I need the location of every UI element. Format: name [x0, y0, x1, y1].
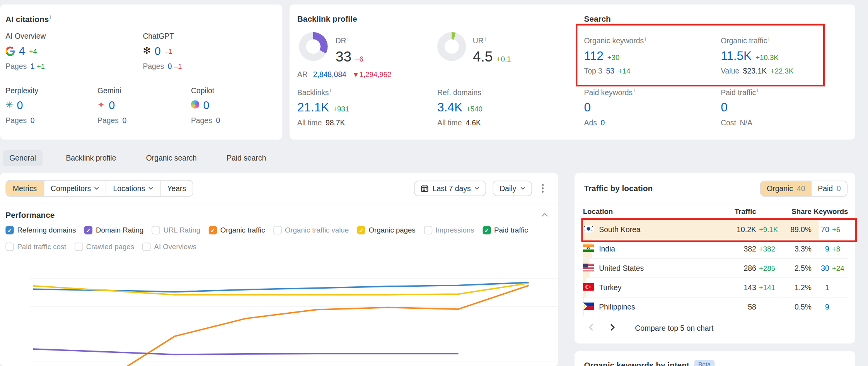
col-share[interactable]: Share — [781, 207, 812, 215]
metric-checkbox-referring-domains[interactable]: ✓Referring domains — [5, 226, 76, 234]
calendar-icon — [421, 185, 429, 192]
more-options-kebab-icon[interactable] — [537, 181, 548, 196]
checkbox-label: Organic traffic value — [285, 226, 349, 234]
col-traffic[interactable]: Traffic — [724, 207, 756, 215]
ai-item-pages: Pages 0 — [97, 116, 186, 125]
ai-item-label: AI Overview — [5, 32, 94, 40]
location-row-united-states[interactable]: United States286+2852.5%30+24 — [583, 258, 848, 277]
checkbox-label: Crawled pages — [86, 243, 134, 251]
checkbox-icon — [75, 243, 83, 251]
metric-checkbox-crawled-pages[interactable]: Crawled pages — [75, 243, 134, 251]
keywords-value[interactable]: 9 — [812, 245, 829, 253]
performance-line-chart[interactable] — [0, 260, 558, 366]
organic-keywords-sub: Top 3 53 +14 — [584, 67, 646, 75]
ai-item-pages: Pages 0 — [191, 116, 280, 125]
date-range-button[interactable]: Last 7 days — [414, 181, 486, 196]
chevron-down-icon — [475, 187, 480, 190]
chart-line-domain-rating — [33, 349, 459, 354]
keywords-delta: +24 — [829, 264, 848, 272]
ai-item-delta: –1 — [165, 47, 173, 55]
info-icon[interactable]: i — [645, 36, 646, 41]
metric-checkbox-ai-overviews[interactable]: AI Overviews — [142, 243, 196, 251]
dr-label: DRi — [336, 36, 363, 45]
ar-value[interactable]: 2,848,084 — [313, 70, 346, 79]
ai-item-value[interactable]: 4 — [19, 44, 25, 57]
metric-checkbox-domain-rating[interactable]: ✓Domain Rating — [84, 226, 143, 234]
info-icon[interactable]: i — [347, 36, 348, 41]
segment-competitors[interactable]: Competitors — [43, 181, 106, 196]
backlinks-delta: +931 — [333, 104, 349, 113]
info-icon[interactable]: i — [50, 14, 51, 20]
ai-citation-item: Perplexity✳0Pages 0 — [5, 86, 94, 125]
checkbox-label: URL Rating — [164, 226, 201, 234]
metric-checkbox-organic-traffic[interactable]: ✓Organic traffic — [209, 226, 265, 234]
info-icon[interactable]: i — [485, 36, 486, 41]
paid-traffic-value[interactable]: 0 — [721, 100, 728, 114]
info-icon[interactable]: i — [634, 87, 635, 93]
collapse-chevron-up-icon[interactable] — [541, 213, 548, 217]
location-row-philippines[interactable]: Philippines580.5%9 — [583, 297, 848, 316]
segment-metrics[interactable]: Metrics — [6, 181, 44, 196]
paid-keywords-value[interactable]: 0 — [584, 100, 591, 114]
organic-keywords-value[interactable]: 112 — [584, 50, 604, 62]
granularity-button[interactable]: Daily — [493, 181, 532, 196]
organic-keywords-delta: +30 — [607, 53, 620, 61]
metric-checkbox-organic-pages[interactable]: ✓Organic pages — [357, 226, 415, 234]
flag-icon-in — [583, 244, 594, 253]
backlink-search-card: Backlink profile DRi 33 –6 AR 2,848,084 … — [290, 4, 855, 139]
ai-item-label: Copilot — [191, 86, 280, 94]
location-row-turkey[interactable]: Turkey143+1411.2%1 — [583, 277, 848, 297]
backlinks-label: Backlinksi — [297, 87, 349, 97]
metric-checkbox-paid-traffic[interactable]: ✓Paid traffic — [483, 226, 528, 234]
col-keywords[interactable]: Keywords — [812, 207, 848, 215]
checkbox-label: Organic pages — [369, 226, 416, 234]
checkbox-label: Paid traffic — [494, 226, 528, 234]
ref-domains-block: Ref. domainsi 3.4K +540 All time 4.6K — [437, 87, 484, 127]
chatgpt-icon: ✻ — [143, 46, 150, 56]
keywords-value[interactable]: 9 — [812, 303, 829, 311]
tab-general[interactable]: General — [3, 150, 43, 166]
location-pagination: Compare top 5 on chart — [584, 320, 714, 336]
ur-delta: +0.1 — [497, 55, 511, 63]
traffic-delta: +9.1K — [756, 225, 781, 233]
copilot-icon — [191, 100, 199, 110]
metric-checkbox-url-rating[interactable]: URL Rating — [152, 226, 201, 234]
location-row-india[interactable]: India382+3823.3%9+8 — [583, 239, 848, 258]
share-value: 0.5% — [781, 303, 812, 311]
info-icon[interactable]: i — [330, 87, 331, 93]
toggle-organic[interactable]: Organic40 — [761, 181, 811, 196]
ai-item-value[interactable]: 0 — [109, 99, 115, 112]
info-icon[interactable]: i — [757, 87, 758, 93]
segment-years[interactable]: Years — [160, 181, 193, 196]
ref-domains-value[interactable]: 3.4K — [437, 101, 462, 113]
organic-traffic-value[interactable]: 11.5K — [721, 50, 752, 62]
chevron-down-icon — [520, 187, 525, 190]
metric-checkbox-paid-traffic-cost[interactable]: Paid traffic cost — [5, 243, 66, 251]
chevron-down-icon — [148, 187, 153, 190]
share-value: 3.3% — [781, 245, 812, 253]
ai-item-label: ChatGPT — [143, 32, 231, 40]
keywords-value[interactable]: 30 — [812, 264, 829, 272]
prev-page-chevron-icon[interactable] — [584, 321, 598, 335]
traffic-delta: +382 — [756, 245, 781, 253]
tab-backlink-profile[interactable]: Backlink profile — [59, 150, 123, 166]
keywords-value[interactable]: 1 — [812, 283, 829, 291]
organic-traffic-sub: Value $23.1K +22.3K — [721, 67, 793, 75]
location-row-south-korea[interactable]: South Korea10.2K+9.1K89.0%70+6 — [583, 219, 848, 239]
performance-title: Performance — [5, 210, 55, 219]
ai-item-value[interactable]: 0 — [17, 99, 23, 112]
metric-checkbox-organic-traffic-value[interactable]: Organic traffic value — [273, 226, 349, 234]
info-icon[interactable]: i — [768, 36, 769, 41]
next-page-chevron-icon[interactable] — [605, 321, 619, 335]
tab-paid-search[interactable]: Paid search — [220, 150, 273, 166]
compare-top5-link[interactable]: Compare top 5 on chart — [635, 324, 713, 332]
ai-item-value[interactable]: 0 — [155, 44, 161, 57]
toggle-paid[interactable]: Paid0 — [811, 181, 847, 196]
tab-organic-search[interactable]: Organic search — [140, 150, 203, 166]
segment-locations[interactable]: Locations — [106, 181, 160, 196]
info-icon[interactable]: i — [483, 87, 484, 93]
metric-checkbox-impressions[interactable]: Impressions — [424, 226, 474, 234]
ai-item-value[interactable]: 0 — [203, 99, 209, 112]
keywords-value[interactable]: 70 — [812, 225, 829, 233]
backlinks-value[interactable]: 21.1K — [297, 101, 329, 113]
